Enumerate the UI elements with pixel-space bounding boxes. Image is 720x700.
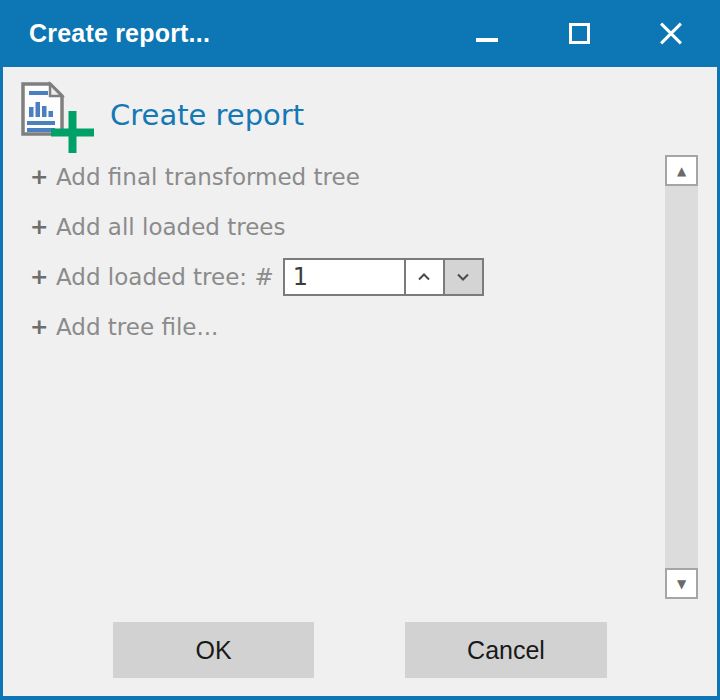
cancel-button[interactable]: Cancel bbox=[405, 622, 607, 678]
page-title: Create report bbox=[110, 98, 304, 132]
option-label: Add final transformed tree bbox=[56, 164, 360, 190]
scroll-down-button[interactable]: ▼ bbox=[665, 568, 698, 599]
spin-down-button[interactable] bbox=[443, 260, 482, 294]
maximize-button[interactable] bbox=[548, 0, 610, 67]
spin-up-button[interactable] bbox=[404, 260, 443, 294]
scroll-up-icon: ▲ bbox=[677, 164, 686, 178]
scroll-up-button[interactable]: ▲ bbox=[665, 155, 698, 186]
option-label: Add tree file... bbox=[56, 314, 218, 340]
close-button[interactable] bbox=[640, 0, 702, 67]
create-report-dialog: Create report... Create report + Add fin… bbox=[0, 0, 720, 700]
tree-number-input[interactable] bbox=[285, 260, 404, 294]
option-add-tree-file[interactable]: + Add tree file... bbox=[30, 302, 484, 352]
option-add-all-loaded-trees[interactable]: + Add all loaded trees bbox=[30, 202, 484, 252]
plus-icon: + bbox=[30, 316, 56, 338]
plus-icon: + bbox=[30, 216, 56, 238]
option-label: Add loaded tree: # bbox=[56, 264, 274, 290]
options-list: + Add final transformed tree + Add all l… bbox=[30, 152, 484, 352]
scroll-down-icon: ▼ bbox=[677, 577, 686, 591]
scrollbar-track[interactable] bbox=[665, 186, 698, 568]
close-icon bbox=[657, 20, 685, 48]
plus-icon: + bbox=[30, 266, 56, 288]
option-add-final-transformed-tree[interactable]: + Add final transformed tree bbox=[30, 152, 484, 202]
window-border-left bbox=[0, 67, 3, 700]
vertical-scrollbar: ▲ ▼ bbox=[665, 155, 698, 599]
chevron-up-icon bbox=[415, 269, 433, 285]
tree-number-spinbox bbox=[283, 258, 484, 296]
option-add-loaded-tree-number[interactable]: + Add loaded tree: # bbox=[30, 252, 484, 302]
minimize-button[interactable] bbox=[456, 0, 518, 67]
titlebar: Create report... bbox=[0, 0, 720, 67]
plus-icon: + bbox=[30, 166, 56, 188]
ok-button[interactable]: OK bbox=[113, 622, 314, 678]
window-title: Create report... bbox=[0, 19, 210, 48]
report-document-add-icon bbox=[20, 81, 98, 153]
minimize-icon bbox=[476, 38, 498, 42]
maximize-icon bbox=[569, 23, 590, 44]
window-border-bottom bbox=[0, 696, 720, 700]
option-label: Add all loaded trees bbox=[56, 214, 286, 240]
chevron-down-icon bbox=[454, 269, 472, 285]
